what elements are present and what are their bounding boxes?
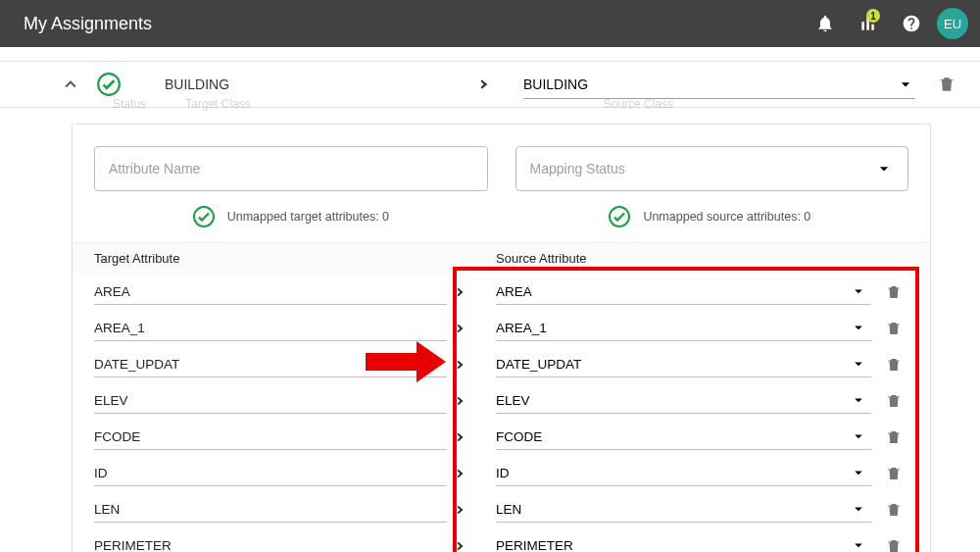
arrow-right-icon bbox=[447, 464, 466, 483]
caret-down-icon bbox=[850, 282, 867, 300]
help-icon bbox=[902, 14, 921, 33]
trash-icon bbox=[885, 320, 903, 337]
check-circle-icon bbox=[96, 72, 122, 97]
source-class-select[interactable]: BUILDING bbox=[523, 70, 915, 99]
app-bar: My Assignments 1 EU bbox=[0, 0, 980, 47]
table-header: Target Attribute Source Attribute bbox=[73, 242, 930, 274]
attribute-row: AREAAREA bbox=[73, 274, 930, 310]
trash-icon bbox=[885, 392, 903, 410]
delete-attribute-mapping[interactable] bbox=[879, 320, 908, 337]
arrow-right-icon bbox=[447, 355, 466, 375]
target-attribute: ID bbox=[94, 461, 447, 486]
attribute-row: AREA_1AREA_1 bbox=[73, 310, 930, 346]
target-attribute: DATE_UPDAT bbox=[94, 352, 447, 377]
attribute-panel: Attribute Name Mapping Status Unmapped t… bbox=[72, 124, 931, 552]
attribute-row: FCODEFCODE bbox=[73, 419, 930, 455]
target-attribute: PERIMETER bbox=[94, 533, 447, 553]
source-attribute-select[interactable]: AREA bbox=[496, 279, 871, 305]
target-class-label: BUILDING bbox=[165, 76, 449, 92]
bell-icon bbox=[815, 14, 835, 33]
target-attribute: AREA bbox=[94, 279, 447, 305]
status-indicator bbox=[94, 70, 123, 99]
notifications-button[interactable] bbox=[808, 6, 843, 41]
avatar[interactable]: EU bbox=[937, 8, 968, 39]
mapping-arrow bbox=[461, 74, 500, 95]
trash-icon bbox=[885, 465, 903, 482]
delete-attribute-mapping[interactable] bbox=[879, 428, 908, 446]
mapping-arrow bbox=[447, 319, 496, 338]
caret-down-icon bbox=[850, 536, 867, 552]
trash-icon bbox=[885, 283, 903, 301]
caret-down-icon bbox=[850, 319, 867, 336]
arrow-right-icon bbox=[447, 319, 466, 338]
arrow-right-icon bbox=[447, 391, 466, 411]
attribute-name-input[interactable]: Attribute Name bbox=[94, 146, 488, 191]
target-attribute: ELEV bbox=[94, 388, 447, 414]
caret-down-icon bbox=[850, 391, 867, 409]
collapse-toggle[interactable] bbox=[59, 73, 82, 96]
arrow-right-icon bbox=[447, 500, 466, 520]
target-attribute-header: Target Attribute bbox=[94, 251, 457, 266]
caret-down-icon bbox=[850, 500, 867, 518]
delete-attribute-mapping[interactable] bbox=[879, 465, 908, 482]
mapping-arrow bbox=[447, 536, 496, 553]
mapping-arrow bbox=[447, 282, 496, 302]
page-title: My Assignments bbox=[24, 14, 800, 34]
unmapped-target-status: Unmapped target attributes: 0 bbox=[192, 205, 389, 228]
source-attribute-select[interactable]: DATE_UPDAT bbox=[496, 352, 871, 377]
mapping-status-select[interactable]: Mapping Status bbox=[515, 146, 909, 191]
class-mapping-row: BUILDING BUILDING bbox=[0, 61, 980, 108]
source-attribute-select[interactable]: LEN bbox=[496, 497, 871, 523]
target-attribute: AREA_1 bbox=[94, 316, 447, 341]
source-attribute-select[interactable]: ELEV bbox=[496, 388, 871, 414]
delete-attribute-mapping[interactable] bbox=[879, 392, 908, 410]
trash-icon bbox=[885, 428, 903, 446]
source-attribute-select[interactable]: ID bbox=[496, 461, 871, 486]
trash-icon bbox=[937, 75, 956, 94]
trash-icon bbox=[885, 356, 903, 374]
arrow-right-icon bbox=[469, 74, 491, 95]
trash-icon bbox=[885, 537, 903, 553]
delete-attribute-mapping[interactable] bbox=[879, 537, 908, 553]
mapping-arrow bbox=[447, 355, 496, 375]
delete-attribute-mapping[interactable] bbox=[879, 283, 908, 301]
attribute-row: LENLEN bbox=[73, 491, 930, 527]
source-attribute-select[interactable]: PERIMETER bbox=[496, 533, 871, 553]
delete-attribute-mapping[interactable] bbox=[879, 356, 908, 374]
attribute-row: IDID bbox=[73, 455, 930, 491]
unmapped-source-status: Unmapped source attributes: 0 bbox=[608, 205, 810, 228]
help-button[interactable] bbox=[894, 6, 929, 41]
arrow-right-icon bbox=[447, 536, 466, 553]
attribute-row: ELEVELEV bbox=[73, 382, 930, 419]
reports-button[interactable]: 1 bbox=[851, 6, 886, 41]
attribute-row: PERIMETERPERIMETER bbox=[73, 527, 930, 552]
delete-class-mapping[interactable] bbox=[933, 75, 960, 94]
source-class-value: BUILDING bbox=[523, 76, 588, 92]
mapping-arrow bbox=[447, 427, 496, 447]
trash-icon bbox=[885, 501, 903, 519]
target-attribute: LEN bbox=[94, 497, 447, 523]
source-attribute-header: Source Attribute bbox=[496, 251, 908, 266]
caret-down-icon bbox=[850, 427, 867, 445]
caret-down-icon bbox=[874, 159, 894, 178]
attribute-row: DATE_UPDATDATE_UPDAT bbox=[73, 346, 930, 382]
arrow-right-icon bbox=[447, 427, 466, 447]
caret-down-icon bbox=[850, 355, 867, 373]
arrow-right-icon bbox=[447, 282, 466, 302]
source-attribute-select[interactable]: AREA_1 bbox=[496, 316, 871, 341]
target-attribute: FCODE bbox=[94, 425, 447, 450]
mapping-arrow bbox=[447, 500, 496, 520]
check-circle-icon bbox=[192, 205, 216, 228]
chevron-up-icon bbox=[60, 74, 81, 95]
check-circle-icon bbox=[608, 205, 631, 228]
delete-attribute-mapping[interactable] bbox=[879, 501, 908, 519]
report-badge: 1 bbox=[866, 9, 880, 23]
mapping-arrow bbox=[447, 464, 496, 483]
mapping-arrow bbox=[447, 391, 496, 411]
source-attribute-select[interactable]: FCODE bbox=[496, 425, 871, 450]
caret-down-icon bbox=[850, 464, 867, 481]
caret-down-icon bbox=[896, 75, 915, 94]
